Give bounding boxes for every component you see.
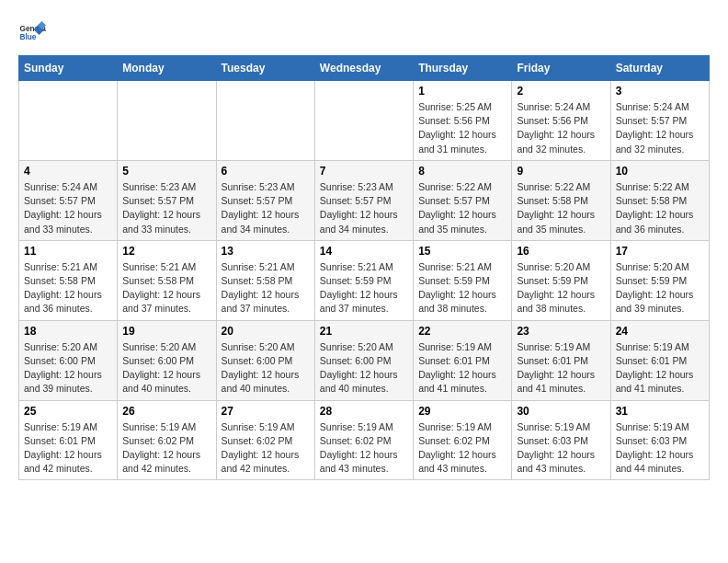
calendar-week-row: 1Sunrise: 5:25 AM Sunset: 5:56 PM Daylig… <box>19 81 710 161</box>
day-number: 30 <box>517 405 605 418</box>
day-number: 23 <box>517 325 605 338</box>
calendar-cell <box>314 81 413 161</box>
day-info: Sunrise: 5:19 AM Sunset: 6:01 PM Dayligh… <box>517 340 605 396</box>
day-number: 3 <box>616 85 704 98</box>
calendar-cell: 2Sunrise: 5:24 AM Sunset: 5:56 PM Daylig… <box>512 81 610 161</box>
day-number: 2 <box>517 85 605 98</box>
day-info: Sunrise: 5:19 AM Sunset: 6:02 PM Dayligh… <box>320 420 408 477</box>
day-info: Sunrise: 5:23 AM Sunset: 5:57 PM Dayligh… <box>320 180 408 236</box>
day-number: 11 <box>24 245 112 258</box>
day-info: Sunrise: 5:23 AM Sunset: 5:57 PM Dayligh… <box>122 180 210 236</box>
day-number: 18 <box>24 325 112 338</box>
weekday-header: Tuesday <box>216 56 314 81</box>
calendar-cell: 16Sunrise: 5:20 AM Sunset: 5:59 PM Dayli… <box>512 240 610 320</box>
calendar-cell <box>216 81 314 161</box>
calendar-cell: 11Sunrise: 5:21 AM Sunset: 5:58 PM Dayli… <box>19 240 118 320</box>
day-number: 28 <box>320 405 408 418</box>
calendar-cell: 1Sunrise: 5:25 AM Sunset: 5:56 PM Daylig… <box>414 81 512 161</box>
svg-text:Blue: Blue <box>20 33 37 41</box>
day-info: Sunrise: 5:19 AM Sunset: 6:01 PM Dayligh… <box>24 420 112 477</box>
calendar-week-row: 18Sunrise: 5:20 AM Sunset: 6:00 PM Dayli… <box>19 320 710 400</box>
weekday-header: Saturday <box>610 56 709 81</box>
calendar-cell: 27Sunrise: 5:19 AM Sunset: 6:02 PM Dayli… <box>216 400 314 480</box>
calendar-cell: 18Sunrise: 5:20 AM Sunset: 6:00 PM Dayli… <box>19 320 118 400</box>
weekday-header: Friday <box>512 56 610 81</box>
day-info: Sunrise: 5:20 AM Sunset: 5:59 PM Dayligh… <box>616 260 704 316</box>
calendar-cell: 13Sunrise: 5:21 AM Sunset: 5:58 PM Dayli… <box>216 240 314 320</box>
calendar-cell: 22Sunrise: 5:19 AM Sunset: 6:01 PM Dayli… <box>414 320 512 400</box>
day-info: Sunrise: 5:19 AM Sunset: 6:02 PM Dayligh… <box>418 420 506 477</box>
day-info: Sunrise: 5:21 AM Sunset: 5:59 PM Dayligh… <box>320 260 408 316</box>
day-number: 21 <box>320 325 408 338</box>
day-number: 6 <box>222 165 310 178</box>
day-info: Sunrise: 5:24 AM Sunset: 5:56 PM Dayligh… <box>517 100 605 156</box>
calendar-cell: 24Sunrise: 5:19 AM Sunset: 6:01 PM Dayli… <box>610 320 709 400</box>
calendar-cell: 8Sunrise: 5:22 AM Sunset: 5:57 PM Daylig… <box>414 160 512 240</box>
day-number: 31 <box>616 405 704 418</box>
weekday-header-row: SundayMondayTuesdayWednesdayThursdayFrid… <box>19 56 710 81</box>
calendar-cell: 19Sunrise: 5:20 AM Sunset: 6:00 PM Dayli… <box>118 320 216 400</box>
day-number: 4 <box>24 165 112 178</box>
weekday-header: Thursday <box>414 56 512 81</box>
day-info: Sunrise: 5:19 AM Sunset: 6:03 PM Dayligh… <box>517 420 605 477</box>
logo-icon: General Blue <box>18 18 46 46</box>
day-info: Sunrise: 5:21 AM Sunset: 5:58 PM Dayligh… <box>24 260 112 316</box>
calendar-cell: 29Sunrise: 5:19 AM Sunset: 6:02 PM Dayli… <box>414 400 512 480</box>
day-info: Sunrise: 5:21 AM Sunset: 5:58 PM Dayligh… <box>122 260 210 316</box>
day-number: 19 <box>122 325 210 338</box>
day-info: Sunrise: 5:21 AM Sunset: 5:58 PM Dayligh… <box>222 260 310 316</box>
calendar-cell: 4Sunrise: 5:24 AM Sunset: 5:57 PM Daylig… <box>19 160 118 240</box>
day-number: 8 <box>418 165 506 178</box>
calendar-cell: 9Sunrise: 5:22 AM Sunset: 5:58 PM Daylig… <box>512 160 610 240</box>
day-number: 20 <box>222 325 310 338</box>
calendar-cell: 26Sunrise: 5:19 AM Sunset: 6:02 PM Dayli… <box>118 400 216 480</box>
day-number: 9 <box>517 165 605 178</box>
day-info: Sunrise: 5:21 AM Sunset: 5:59 PM Dayligh… <box>418 260 506 316</box>
day-info: Sunrise: 5:19 AM Sunset: 6:01 PM Dayligh… <box>616 340 704 396</box>
day-info: Sunrise: 5:20 AM Sunset: 5:59 PM Dayligh… <box>517 260 605 316</box>
day-info: Sunrise: 5:19 AM Sunset: 6:02 PM Dayligh… <box>122 420 210 477</box>
day-number: 14 <box>320 245 408 258</box>
day-info: Sunrise: 5:22 AM Sunset: 5:58 PM Dayligh… <box>616 180 704 236</box>
logo: General Blue <box>18 18 50 46</box>
page-header: General Blue <box>18 18 710 46</box>
calendar-week-row: 4Sunrise: 5:24 AM Sunset: 5:57 PM Daylig… <box>19 160 710 240</box>
day-number: 13 <box>222 245 310 258</box>
calendar-cell: 7Sunrise: 5:23 AM Sunset: 5:57 PM Daylig… <box>314 160 413 240</box>
day-number: 5 <box>122 165 210 178</box>
day-info: Sunrise: 5:24 AM Sunset: 5:57 PM Dayligh… <box>616 100 704 156</box>
day-info: Sunrise: 5:19 AM Sunset: 6:01 PM Dayligh… <box>418 340 506 396</box>
day-number: 10 <box>616 165 704 178</box>
calendar-cell: 12Sunrise: 5:21 AM Sunset: 5:58 PM Dayli… <box>118 240 216 320</box>
day-info: Sunrise: 5:19 AM Sunset: 6:02 PM Dayligh… <box>222 420 310 477</box>
day-info: Sunrise: 5:23 AM Sunset: 5:57 PM Dayligh… <box>222 180 310 236</box>
calendar-cell: 15Sunrise: 5:21 AM Sunset: 5:59 PM Dayli… <box>414 240 512 320</box>
day-number: 27 <box>222 405 310 418</box>
calendar-week-row: 11Sunrise: 5:21 AM Sunset: 5:58 PM Dayli… <box>19 240 710 320</box>
day-number: 16 <box>517 245 605 258</box>
day-info: Sunrise: 5:20 AM Sunset: 6:00 PM Dayligh… <box>320 340 408 396</box>
weekday-header: Sunday <box>19 56 118 81</box>
day-info: Sunrise: 5:20 AM Sunset: 6:00 PM Dayligh… <box>122 340 210 396</box>
day-info: Sunrise: 5:24 AM Sunset: 5:57 PM Dayligh… <box>24 180 112 236</box>
day-info: Sunrise: 5:22 AM Sunset: 5:57 PM Dayligh… <box>418 180 506 236</box>
calendar-cell: 10Sunrise: 5:22 AM Sunset: 5:58 PM Dayli… <box>610 160 709 240</box>
weekday-header: Monday <box>118 56 216 81</box>
day-info: Sunrise: 5:20 AM Sunset: 6:00 PM Dayligh… <box>222 340 310 396</box>
day-number: 26 <box>122 405 210 418</box>
day-info: Sunrise: 5:19 AM Sunset: 6:03 PM Dayligh… <box>616 420 704 477</box>
calendar-table: SundayMondayTuesdayWednesdayThursdayFrid… <box>18 55 710 480</box>
calendar-cell: 14Sunrise: 5:21 AM Sunset: 5:59 PM Dayli… <box>314 240 413 320</box>
calendar-cell: 17Sunrise: 5:20 AM Sunset: 5:59 PM Dayli… <box>610 240 709 320</box>
calendar-cell <box>118 81 216 161</box>
calendar-cell: 28Sunrise: 5:19 AM Sunset: 6:02 PM Dayli… <box>314 400 413 480</box>
calendar-cell: 23Sunrise: 5:19 AM Sunset: 6:01 PM Dayli… <box>512 320 610 400</box>
weekday-header: Wednesday <box>314 56 413 81</box>
day-number: 29 <box>418 405 506 418</box>
day-info: Sunrise: 5:20 AM Sunset: 6:00 PM Dayligh… <box>24 340 112 396</box>
calendar-cell: 25Sunrise: 5:19 AM Sunset: 6:01 PM Dayli… <box>19 400 118 480</box>
day-number: 17 <box>616 245 704 258</box>
day-number: 7 <box>320 165 408 178</box>
day-number: 15 <box>418 245 506 258</box>
calendar-cell <box>19 81 118 161</box>
